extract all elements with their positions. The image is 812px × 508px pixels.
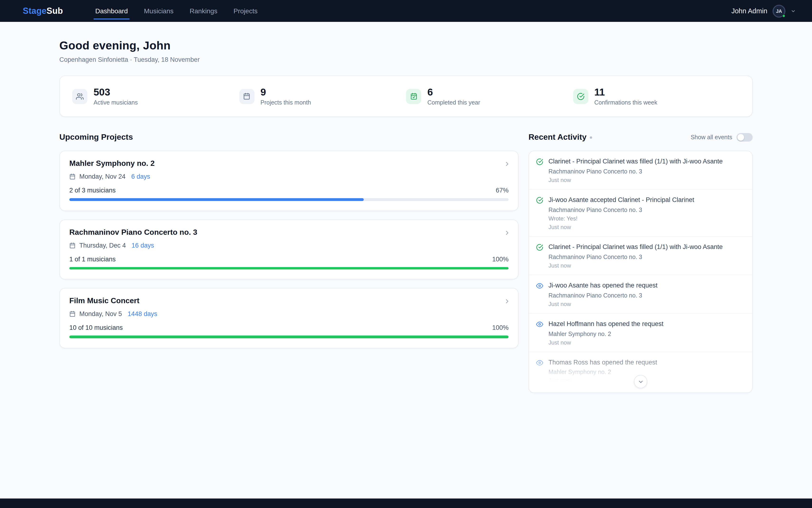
stagesub-dashboard: StageSub Dashboard Musicians Rankings Pr… xyxy=(0,0,812,508)
stat-projects-month: 9 Projects this month xyxy=(239,86,406,106)
progress-fill xyxy=(69,336,509,338)
page-subtitle: Copenhagen Sinfonietta · Tuesday, 18 Nov… xyxy=(59,56,753,63)
activity-item: Clarinet - Principal Clarinet was filled… xyxy=(529,151,752,189)
activity-item: Clarinet - Principal Clarinet was filled… xyxy=(529,236,752,275)
project-days-left: 16 days xyxy=(132,242,154,249)
progress-bar xyxy=(69,336,509,338)
expand-activity-button[interactable] xyxy=(634,375,647,388)
activity-title-text: Thomas Ross has opened the request xyxy=(548,358,657,367)
activity-project: Rachmaninov Piano Concerto no. 3 xyxy=(548,292,658,299)
nav-item-projects[interactable]: Projects xyxy=(233,0,258,22)
nav-item-musicians[interactable]: Musicians xyxy=(143,0,175,22)
activity-title-text: Ji-woo Asante accepted Clarinet - Princi… xyxy=(548,196,694,205)
show-all-events-label: Show all events xyxy=(691,134,732,141)
project-date: Thursday, Dec 4 xyxy=(79,242,126,249)
upcoming-projects-title: Upcoming Projects xyxy=(59,133,133,142)
stat-value: 9 xyxy=(260,86,311,97)
activity-project: Mahler Symphony no. 2 xyxy=(548,331,663,337)
check-circle-icon xyxy=(536,244,543,269)
project-card[interactable]: Film Music Concert Monday, Nov 5 1448 da… xyxy=(59,288,519,348)
progress-bar xyxy=(69,267,509,269)
progress-percent: 100% xyxy=(492,255,509,262)
activity-project: Rachmaninov Piano Concerto no. 3 xyxy=(548,254,723,260)
stat-value: 503 xyxy=(94,86,138,97)
calendar-icon xyxy=(69,173,76,180)
eye-icon xyxy=(536,321,543,346)
project-name: Film Music Concert xyxy=(69,297,509,305)
activity-feed: Clarinet - Principal Clarinet was filled… xyxy=(528,151,753,393)
user-menu[interactable]: John Admin JA xyxy=(731,4,796,17)
activity-title-text: Clarinet - Principal Clarinet was filled… xyxy=(548,243,723,252)
activity-item: Hazel Hoffmann has opened the request Ma… xyxy=(529,313,752,351)
activity-item: Ji-woo Asante has opened the request Rac… xyxy=(529,275,752,313)
chevron-right-icon[interactable] xyxy=(504,298,511,305)
user-name: John Admin xyxy=(731,7,767,15)
live-indicator-dot xyxy=(590,136,592,138)
check-circle-icon xyxy=(573,89,588,104)
project-date: Monday, Nov 5 xyxy=(79,310,122,318)
musicians-count: 1 of 1 musicians xyxy=(69,255,115,262)
recent-activity-title: Recent Activity xyxy=(528,133,592,142)
toggle-knob xyxy=(737,134,744,141)
check-circle-icon xyxy=(536,158,543,183)
activity-time: Just now xyxy=(548,339,663,346)
activity-project: Rachmaninov Piano Concerto no. 3 xyxy=(548,168,723,175)
progress-fill xyxy=(69,267,509,269)
calendar-icon xyxy=(239,89,254,104)
stat-active-musicians: 503 Active musicians xyxy=(72,86,239,106)
stat-value: 6 xyxy=(427,86,480,97)
brand-part-1: Stage xyxy=(23,6,47,15)
top-nav: StageSub Dashboard Musicians Rankings Pr… xyxy=(0,0,812,22)
musicians-count: 2 of 3 musicians xyxy=(69,187,115,194)
bottom-bar xyxy=(0,499,812,508)
recent-activity-section: Recent Activity Show all events xyxy=(528,132,753,393)
musicians-count: 10 of 10 musicians xyxy=(69,324,123,331)
show-all-events-toggle[interactable] xyxy=(736,133,753,141)
chevron-right-icon[interactable] xyxy=(504,161,511,167)
eye-icon xyxy=(536,282,543,307)
progress-percent: 100% xyxy=(492,324,509,331)
calendar-icon xyxy=(69,311,76,317)
brand-part-2: Sub xyxy=(47,6,63,15)
progress-percent: 67% xyxy=(496,187,509,194)
upcoming-projects-section: Upcoming Projects Mahler Symphony no. 2 … xyxy=(59,132,519,357)
chevron-down-icon xyxy=(637,379,644,385)
stat-label: Active musicians xyxy=(94,99,138,106)
chevron-down-icon[interactable] xyxy=(791,8,796,13)
chevron-right-icon[interactable] xyxy=(504,229,511,236)
activity-item: Ji-woo Asante accepted Clarinet - Princi… xyxy=(529,189,752,236)
stat-label: Confirmations this week xyxy=(594,99,657,106)
avatar-initials: JA xyxy=(776,8,782,13)
stat-value: 11 xyxy=(594,86,657,97)
activity-time: Just now xyxy=(548,301,658,307)
project-card[interactable]: Rachmaninov Piano Concerto no. 3 Thursda… xyxy=(59,219,519,280)
main-content: Good evening, John Copenhagen Sinfoniett… xyxy=(59,22,753,393)
activity-item-partial xyxy=(529,390,752,393)
activity-time: Just now xyxy=(548,262,723,269)
stat-label: Projects this month xyxy=(260,99,311,106)
nav-item-rankings[interactable]: Rankings xyxy=(189,0,219,22)
activity-time: Just now xyxy=(548,177,723,183)
page-title: Good evening, John xyxy=(59,39,753,52)
stat-confirmations-week: 11 Confirmations this week xyxy=(573,86,740,106)
check-circle-icon xyxy=(536,197,543,230)
activity-time: Just now xyxy=(548,224,694,230)
eye-icon xyxy=(536,359,543,384)
avatar[interactable]: JA xyxy=(773,4,785,17)
project-card[interactable]: Mahler Symphony no. 2 Monday, Nov 24 6 d… xyxy=(59,151,519,211)
calendar-icon xyxy=(69,242,76,248)
progress-bar xyxy=(69,198,509,201)
project-date: Monday, Nov 24 xyxy=(79,173,126,180)
progress-fill xyxy=(69,198,364,201)
stat-label: Completed this year xyxy=(427,99,480,106)
activity-note: Wrote: Yes! xyxy=(548,215,694,222)
stat-completed-year: 6 Completed this year xyxy=(406,86,573,106)
activity-project: Rachmaninov Piano Concerto no. 3 xyxy=(548,207,694,213)
recent-activity-label: Recent Activity xyxy=(528,133,586,142)
brand-logo[interactable]: StageSub xyxy=(23,6,63,16)
activity-title-text: Hazel Hoffmann has opened the request xyxy=(548,320,663,329)
project-days-left: 1448 days xyxy=(128,310,157,318)
nav-item-dashboard[interactable]: Dashboard xyxy=(94,0,129,22)
activity-project: Mahler Symphony no. 2 xyxy=(548,369,657,376)
activity-title-text: Ji-woo Asante has opened the request xyxy=(548,281,658,290)
